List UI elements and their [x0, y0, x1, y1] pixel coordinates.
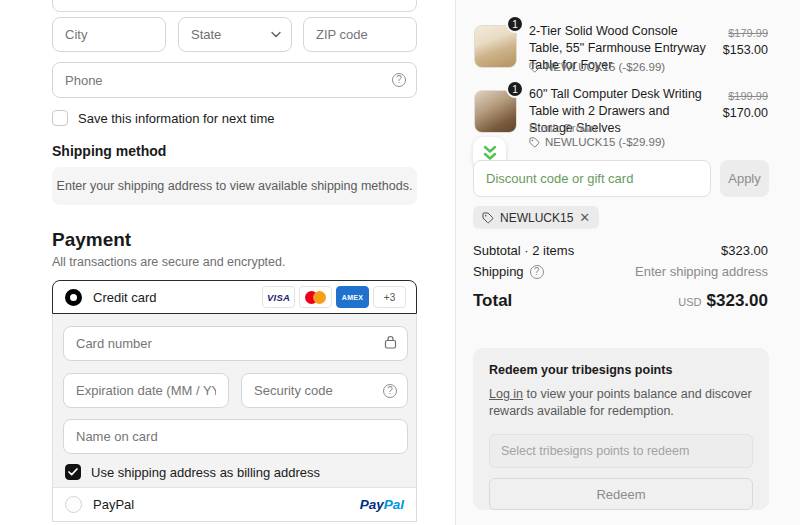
product-original-price: $179.99: [728, 27, 768, 39]
shipping-value: Enter shipping address: [635, 264, 768, 279]
total-value: USD$323.00: [678, 291, 768, 311]
phone-help-icon[interactable]: ?: [392, 73, 406, 87]
more-brands-badge: +3: [373, 286, 406, 308]
paypal-option[interactable]: PayPal PayPal: [52, 487, 417, 522]
payment-heading: Payment: [52, 229, 131, 251]
subtotal-value: $323.00: [721, 243, 768, 258]
applied-discount-code: NEWLUCK15: [500, 211, 573, 225]
state-select[interactable]: State: [178, 17, 292, 52]
visa-icon: VISA: [262, 286, 295, 308]
state-select-value: State: [191, 27, 221, 42]
expiration-field[interactable]: [63, 373, 229, 408]
checkout-page: State ? Save this information for next t…: [0, 0, 800, 525]
shipping-help-icon[interactable]: ?: [530, 265, 544, 279]
discount-code-input[interactable]: [473, 160, 711, 197]
billing-address-checkbox-row[interactable]: Use shipping address as billing address: [65, 464, 320, 480]
currency-code: USD: [678, 296, 701, 308]
credit-card-radio[interactable]: [65, 289, 82, 306]
discount-code-field[interactable]: [473, 160, 711, 197]
rewards-panel: Redeem your tribesigns points Log in to …: [473, 348, 769, 510]
name-on-card-input[interactable]: [63, 419, 408, 454]
shipping-label: Shipping: [473, 264, 524, 279]
quantity-badge: 1: [506, 15, 524, 33]
product-discount-note: NEWLUCK15 (-$29.99): [529, 136, 665, 148]
subtotal-label: Subtotal · 2 items: [473, 243, 574, 258]
product-variant: Rustic Brown: [529, 122, 597, 134]
shipping-row: Shipping ? Enter shipping address: [473, 264, 768, 279]
points-select[interactable]: Select tribesigns points to redeem: [489, 434, 753, 468]
card-number-field[interactable]: [63, 326, 408, 361]
redeem-button[interactable]: Redeem: [489, 478, 753, 510]
rewards-heading: Redeem your tribesigns points: [489, 363, 753, 377]
paypal-logo: PayPal: [360, 497, 404, 512]
tag-icon: [529, 137, 540, 148]
remove-discount-icon[interactable]: ✕: [579, 211, 590, 224]
total-row: Total USD$323.00: [473, 291, 768, 311]
product-discount-note: NEWLUCK15 (-$26.99): [529, 61, 665, 73]
payment-method-group: Credit card VISA AMEX +3: [52, 280, 417, 522]
credit-card-form-panel: ? Use shipping address as billing addres…: [52, 314, 417, 487]
card-brand-strip: VISA AMEX +3: [262, 286, 406, 308]
billing-address-label: Use shipping address as billing address: [91, 465, 320, 480]
security-code-field[interactable]: ?: [241, 373, 408, 408]
city-field[interactable]: [52, 17, 166, 52]
quantity-badge: 1: [506, 80, 524, 98]
save-info-checkbox[interactable]: [52, 110, 68, 126]
product-original-price: $199.99: [728, 90, 768, 102]
billing-address-checkbox[interactable]: [65, 464, 81, 480]
phone-input[interactable]: [52, 62, 417, 98]
zip-field[interactable]: [303, 17, 417, 52]
total-label: Total: [473, 291, 512, 311]
name-on-card-field[interactable]: [63, 419, 408, 454]
credit-card-option[interactable]: Credit card VISA AMEX +3: [52, 280, 417, 314]
payment-subheading: All transactions are secure and encrypte…: [52, 255, 285, 269]
card-number-input[interactable]: [63, 326, 408, 361]
credit-card-label: Credit card: [93, 290, 157, 305]
checkout-form-column: State ? Save this information for next t…: [0, 0, 455, 525]
check-icon: [68, 468, 78, 476]
security-code-help-icon[interactable]: ?: [383, 384, 397, 398]
chevron-down-icon: [271, 31, 281, 38]
subtotal-row: Subtotal · 2 items $323.00: [473, 243, 768, 258]
shipping-method-heading: Shipping method: [52, 143, 166, 159]
shipping-method-empty-message: Enter your shipping address to view avai…: [52, 167, 417, 205]
save-info-label: Save this information for next time: [78, 111, 275, 126]
apply-discount-button[interactable]: Apply: [720, 160, 769, 197]
login-link[interactable]: Log in: [489, 387, 523, 401]
order-summary-column: 1 2-Tier Solid Wood Console Table, 55" F…: [455, 0, 800, 525]
phone-field[interactable]: ?: [52, 62, 417, 98]
rewards-description: Log in to view your points balance and d…: [489, 386, 753, 420]
expiration-input[interactable]: [63, 373, 229, 408]
tag-icon: [529, 62, 540, 73]
product-price: $170.00: [723, 106, 768, 120]
tag-icon: [482, 212, 494, 224]
paypal-label: PayPal: [93, 497, 134, 512]
amex-icon: AMEX: [336, 286, 369, 308]
paypal-radio[interactable]: [65, 496, 82, 513]
city-input[interactable]: [52, 17, 166, 52]
address-field-partial[interactable]: [52, 0, 417, 12]
mastercard-icon: [299, 286, 332, 308]
zip-input[interactable]: [303, 17, 417, 52]
save-info-checkbox-row[interactable]: Save this information for next time: [52, 110, 275, 126]
applied-discount-chip: NEWLUCK15 ✕: [473, 206, 599, 229]
product-price: $153.00: [723, 43, 768, 57]
lock-icon: [384, 335, 397, 353]
